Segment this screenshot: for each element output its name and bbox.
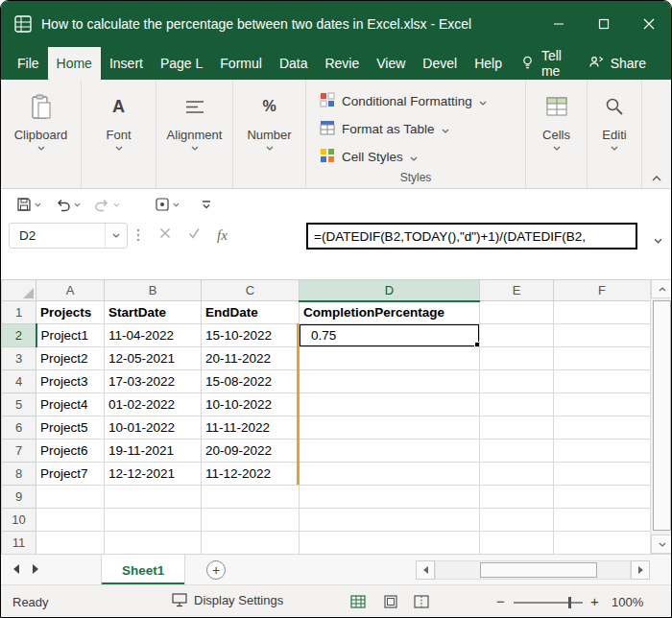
conditional-formatting-button[interactable]: Conditional Formatting <box>320 87 525 115</box>
cell-b5[interactable]: 01-02-2022 <box>105 393 202 416</box>
expand-formula-bar-icon[interactable] <box>654 230 662 248</box>
cell-c2[interactable]: 15-10-2022 <box>202 324 300 347</box>
cell-e7[interactable] <box>480 440 554 463</box>
tell-me-button[interactable]: Tell me <box>511 47 579 80</box>
touch-mode-button[interactable] <box>151 193 183 216</box>
ribbon-group-number[interactable]: % Number <box>233 80 306 188</box>
cell-b1[interactable]: StartDate <box>105 301 202 324</box>
ribbon-group-font[interactable]: A Font <box>82 80 156 188</box>
insert-function-icon[interactable]: fx <box>217 227 228 244</box>
format-as-table-button[interactable]: Format as Table <box>320 115 525 143</box>
tab-formulas[interactable]: Formul <box>211 47 271 80</box>
cell-e6[interactable] <box>480 416 554 440</box>
cell-a10[interactable] <box>36 509 105 532</box>
cell-c11[interactable] <box>202 532 300 555</box>
zoom-level[interactable]: 100% <box>612 595 643 609</box>
cell-d1[interactable]: CompletionPercentage <box>300 301 480 324</box>
row-header-2[interactable]: 2 <box>2 324 36 347</box>
cell-f10[interactable] <box>554 509 651 532</box>
row-header-11[interactable]: 11 <box>2 532 36 555</box>
horizontal-scroll-thumb[interactable] <box>480 562 597 578</box>
cell-b11[interactable] <box>105 532 202 555</box>
cell-e1[interactable] <box>480 301 554 324</box>
collapse-ribbon-button[interactable] <box>652 176 661 181</box>
cell-a1[interactable]: Projects <box>36 301 105 324</box>
normal-view-button[interactable] <box>350 595 366 608</box>
chevron-down-icon[interactable] <box>105 224 127 248</box>
cancel-icon[interactable] <box>159 227 171 239</box>
column-header-b[interactable]: B <box>105 280 202 301</box>
tab-developer[interactable]: Devel <box>414 47 466 80</box>
zoom-slider-thumb[interactable] <box>568 597 571 608</box>
cell-b10[interactable] <box>105 509 202 532</box>
cell-d8[interactable] <box>300 463 480 486</box>
row-header-8[interactable]: 8 <box>2 463 36 486</box>
cell-b9[interactable] <box>105 486 202 509</box>
customize-qat-button[interactable] <box>197 193 216 216</box>
cell-b4[interactable]: 17-03-2022 <box>105 370 202 393</box>
cell-f6[interactable] <box>554 416 651 440</box>
row-header-7[interactable]: 7 <box>2 440 36 463</box>
tab-view[interactable]: View <box>368 47 414 80</box>
row-header-6[interactable]: 6 <box>2 416 36 440</box>
vertical-scrollbar[interactable] <box>650 279 672 554</box>
cell-c1[interactable]: EndDate <box>202 301 300 324</box>
close-button[interactable] <box>626 1 671 47</box>
cell-b8[interactable]: 12-12-2021 <box>105 463 202 486</box>
cell-c5[interactable]: 10-10-2022 <box>202 393 300 416</box>
save-button[interactable] <box>12 193 45 216</box>
cell-a8[interactable]: Project7 <box>36 463 105 486</box>
cell-e3[interactable] <box>480 347 554 370</box>
zoom-out-button[interactable]: − <box>496 593 505 609</box>
cell-f4[interactable] <box>554 370 651 393</box>
cell-e11[interactable] <box>480 532 554 555</box>
column-header-e[interactable]: E <box>480 280 554 301</box>
name-box[interactable]: D2 <box>9 223 128 249</box>
tab-data[interactable]: Data <box>271 47 317 80</box>
new-sheet-button[interactable]: + <box>206 560 226 580</box>
row-header-4[interactable]: 4 <box>2 370 36 393</box>
row-header-5[interactable]: 5 <box>2 393 36 416</box>
cell-a9[interactable] <box>36 486 105 509</box>
cell-f8[interactable] <box>554 463 651 486</box>
row-header-10[interactable]: 10 <box>2 509 36 532</box>
tab-insert[interactable]: Insert <box>101 47 152 80</box>
scroll-left-icon[interactable] <box>416 560 435 580</box>
cell-c3[interactable]: 20-11-2022 <box>202 347 300 370</box>
cell-e8[interactable] <box>480 463 554 486</box>
scroll-up-icon[interactable] <box>651 279 672 298</box>
cell-c7[interactable]: 20-09-2022 <box>202 440 300 463</box>
tab-review[interactable]: Revie <box>316 47 368 80</box>
cell-e10[interactable] <box>480 509 554 532</box>
share-button[interactable]: Share <box>579 47 656 80</box>
cell-c6[interactable]: 11-11-2022 <box>202 416 300 440</box>
row-header-9[interactable]: 9 <box>2 486 36 509</box>
scroll-down-icon[interactable] <box>651 535 672 554</box>
select-all-button[interactable] <box>2 280 36 301</box>
row-header-3[interactable]: 3 <box>2 347 36 370</box>
display-settings-button[interactable]: Display Settings <box>172 593 283 607</box>
cell-d7[interactable] <box>300 440 480 463</box>
cell-b7[interactable]: 19-11-2021 <box>105 440 202 463</box>
cell-e9[interactable] <box>480 486 554 509</box>
cell-f7[interactable] <box>554 440 651 463</box>
page-break-view-button[interactable] <box>414 595 429 608</box>
vertical-scroll-thumb[interactable] <box>653 300 671 531</box>
cell-c4[interactable]: 15-08-2022 <box>202 370 300 393</box>
cell-e2[interactable] <box>480 324 554 347</box>
ribbon-group-alignment[interactable]: Alignment <box>156 80 233 188</box>
cell-a4[interactable]: Project3 <box>36 370 105 393</box>
cell-styles-button[interactable]: Cell Styles <box>320 143 525 171</box>
enter-icon[interactable] <box>188 227 201 239</box>
maximize-button[interactable] <box>581 1 626 47</box>
cell-c9[interactable] <box>202 486 300 509</box>
cell-e4[interactable] <box>480 370 554 393</box>
cell-d2[interactable]: 0.75 <box>300 324 480 347</box>
zoom-slider[interactable] <box>514 602 583 604</box>
cell-d6[interactable] <box>300 416 480 440</box>
ribbon-group-cells[interactable]: Cells <box>526 80 588 188</box>
cell-d5[interactable] <box>300 393 480 416</box>
sheet-tab-sheet1[interactable]: Sheet1 <box>101 555 185 585</box>
cell-b2[interactable]: 11-04-2022 <box>105 324 202 347</box>
column-header-c[interactable]: C <box>202 280 300 301</box>
